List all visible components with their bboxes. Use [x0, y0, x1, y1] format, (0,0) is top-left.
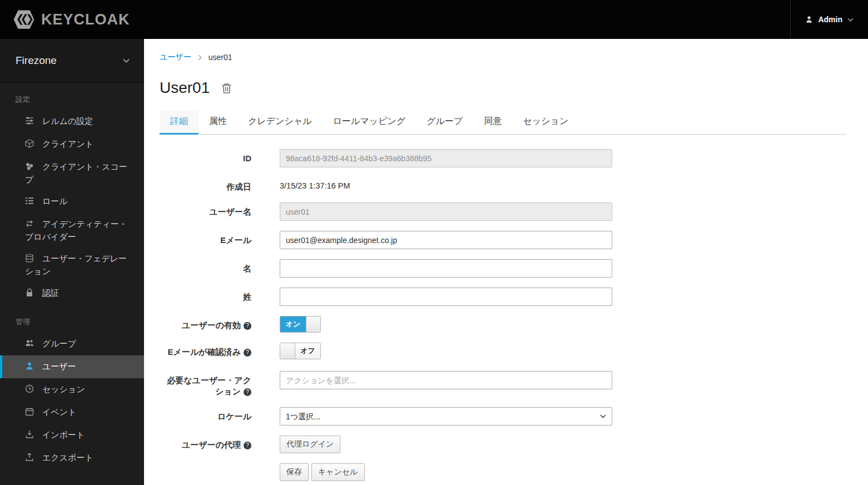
sidebar-item-client-scopes[interactable]: クライアント・スコープ	[0, 156, 144, 190]
export-icon	[25, 453, 35, 464]
sidebar-item-user-federation[interactable]: ユーザー・フェデレーション	[0, 248, 144, 282]
email-row: Eメール	[160, 231, 846, 249]
import-icon	[25, 430, 35, 442]
sidebar-item-export[interactable]: エクスポート	[0, 447, 144, 469]
sidebar-item-label: クライアント・スコープ	[25, 162, 127, 184]
sidebar-item-label: ユーザー・フェデレーション	[25, 254, 127, 276]
cube-icon	[25, 139, 35, 151]
tab-groups[interactable]: グループ	[416, 110, 473, 135]
sidebar-item-identity-providers[interactable]: アイデンティティー・プロバイダー	[0, 213, 144, 248]
trash-icon	[221, 82, 232, 94]
email-input[interactable]	[280, 231, 612, 249]
id-label: ID	[160, 149, 251, 167]
sidebar-item-authentication[interactable]: 認証	[0, 282, 144, 305]
tab-details[interactable]: 詳細	[160, 110, 199, 135]
sidebar-item-events[interactable]: イベント	[0, 401, 144, 424]
locale-select[interactable]: 1つ選択...	[280, 407, 612, 425]
last-name-row: 姓	[160, 288, 846, 306]
username-input[interactable]	[280, 202, 612, 221]
client-scopes-icon	[25, 162, 35, 174]
breadcrumb-users-link[interactable]: ユーザー	[160, 52, 191, 62]
save-button[interactable]: 保存	[280, 463, 309, 481]
sidebar-item-label: クライアント	[42, 139, 93, 149]
sidebar-item-realm-settings[interactable]: レルムの設定	[0, 110, 144, 133]
user-enabled-toggle[interactable]: オン	[280, 316, 321, 333]
sidebar-item-clients[interactable]: クライアント	[0, 133, 144, 156]
impersonate-button[interactable]: 代理ログイン	[280, 435, 340, 453]
user-enabled-row: ユーザーの有効? オン	[160, 316, 846, 333]
created-label: 作成日	[160, 177, 251, 192]
locale-label: ロケール	[160, 407, 251, 425]
toggle-handle	[306, 316, 320, 332]
sidebar-item-label: レルムの設定	[42, 116, 93, 126]
required-actions-label: 必要なユーザー・アクション?	[160, 371, 251, 397]
required-actions-row: 必要なユーザー・アクション?	[160, 371, 846, 397]
email-verified-toggle[interactable]: オフ	[280, 343, 321, 359]
help-icon[interactable]: ?	[244, 322, 251, 330]
sidebar-item-label: エクスポート	[42, 453, 93, 462]
id-input[interactable]	[280, 149, 612, 167]
last-name-label: 姓	[160, 288, 251, 306]
tab-credentials[interactable]: クレデンシャル	[237, 110, 323, 135]
arrows-exchange-icon	[25, 219, 35, 231]
chevron-down-icon	[123, 58, 130, 63]
sidebar-item-label: グループ	[42, 339, 76, 348]
first-name-input[interactable]	[280, 259, 612, 278]
sidebar-section-manage: 管理	[0, 305, 144, 333]
tab-consents[interactable]: 同意	[473, 110, 512, 135]
user-detail-form: ID 作成日 3/15/23 1:37:16 PM ユーザー名 Eメール 名	[160, 149, 846, 481]
help-icon[interactable]: ?	[244, 442, 251, 449]
tab-sessions[interactable]: セッション	[512, 110, 579, 135]
first-name-label: 名	[160, 259, 251, 278]
toggle-on-label: オン	[280, 316, 306, 332]
user-icon	[805, 16, 813, 23]
tab-attributes[interactable]: 属性	[199, 110, 237, 135]
sidebar-item-label: ユーザー	[42, 362, 76, 371]
email-label: Eメール	[160, 231, 251, 249]
actions-spacer	[160, 463, 251, 481]
sidebar-item-label: アイデンティティー・プロバイダー	[25, 219, 127, 241]
delete-user-button[interactable]	[221, 82, 232, 94]
created-value: 3/15/23 1:37:16 PM	[280, 177, 612, 190]
sidebar-item-label: ロール	[42, 196, 68, 206]
sidebar-item-import[interactable]: インポート	[0, 424, 144, 447]
user-menu-label: Admin	[818, 15, 842, 24]
topbar: KEYCLOAK Admin	[0, 0, 868, 39]
keycloak-logo[interactable]: KEYCLOAK	[0, 8, 130, 31]
sidebar-item-label: イベント	[42, 407, 76, 417]
toggle-handle	[280, 343, 295, 359]
roles-list-icon	[25, 196, 35, 208]
sliders-icon	[25, 116, 35, 128]
created-row: 作成日 3/15/23 1:37:16 PM	[160, 177, 846, 192]
realm-selector[interactable]: Firezone	[0, 39, 144, 82]
sidebar-item-users[interactable]: ユーザー	[0, 355, 144, 378]
title-row: User01	[160, 79, 846, 97]
keycloak-logo-text: KEYCLOAK	[41, 11, 130, 28]
user-menu[interactable]: Admin	[790, 0, 868, 39]
user-icon	[25, 362, 35, 373]
breadcrumb-current: user01	[209, 53, 232, 62]
chevron-right-icon	[198, 55, 202, 61]
toggle-off-label: オフ	[295, 343, 320, 359]
user-enabled-label: ユーザーの有効?	[160, 316, 251, 333]
clock-icon	[25, 384, 35, 396]
cancel-button[interactable]: キャンセル	[311, 463, 365, 481]
help-icon[interactable]: ?	[244, 349, 251, 357]
sidebar-item-sessions[interactable]: セッション	[0, 378, 144, 401]
keycloak-admin-console: KEYCLOAK Admin Firezone 設定 レルムの設定	[0, 0, 868, 485]
sidebar-item-roles[interactable]: ロール	[0, 190, 144, 213]
groups-icon	[25, 339, 35, 350]
required-actions-input[interactable]	[280, 371, 612, 389]
main-content: ユーザー user01 User01 詳細 属性 クレデンシャル ロールマッピン	[144, 39, 868, 485]
sidebar-item-groups[interactable]: グループ	[0, 333, 144, 355]
tab-role-mappings[interactable]: ロールマッピング	[323, 110, 416, 135]
username-row: ユーザー名	[160, 202, 846, 221]
sidebar-item-label: セッション	[42, 384, 85, 394]
last-name-input[interactable]	[280, 288, 612, 306]
locale-row: ロケール 1つ選択...	[160, 407, 846, 425]
tab-bar: 詳細 属性 クレデンシャル ロールマッピング グループ 同意 セッション	[160, 110, 846, 135]
help-icon[interactable]: ?	[244, 388, 251, 396]
sidebar-item-label: 認証	[42, 288, 59, 298]
sidebar-item-label: インポート	[42, 430, 85, 439]
calendar-icon	[25, 407, 35, 419]
